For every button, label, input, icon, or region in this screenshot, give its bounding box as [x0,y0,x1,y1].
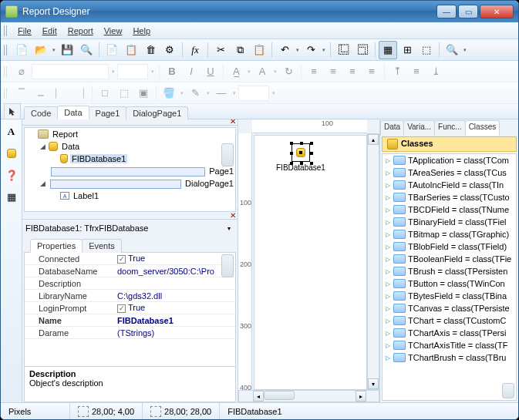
class-item[interactable]: ▷TChartAxis = class(TPersi [383,327,516,339]
undo-dropdown[interactable]: ▾ [294,41,301,59]
menu-help[interactable]: Help [128,25,155,37]
font-dropdown[interactable]: ▾ [110,62,116,81]
text-tool-button[interactable]: A [2,123,21,141]
tree-dialogpage1[interactable]: DialogPage1 [184,179,235,188]
valign-mid-button[interactable]: ≡ [407,62,426,81]
tab-page1[interactable]: Page1 [89,106,127,119]
checkbox-icon[interactable]: ✓ [117,304,126,313]
expand-icon[interactable]: ▷ [386,182,393,189]
new-dialog-button[interactable]: 📋 [122,41,140,59]
menu-file[interactable]: File [13,25,36,37]
save-button[interactable]: 💾 [58,41,76,59]
frame-bottom-button[interactable]: ⎽ [32,84,50,102]
class-item[interactable]: ▷TBinaryField = class(TFiel [383,216,516,228]
class-item[interactable]: ▷TBrush = class(TPersisten [383,265,516,277]
align-grid-button[interactable]: ⊞ [398,41,416,59]
property-row[interactable]: LibraryNameC:\gds32.dll [25,290,235,302]
frame-shadow-button[interactable]: ▣ [134,84,153,102]
expand-icon[interactable]: ▷ [386,244,393,250]
scroll-left-button[interactable]: ◂ [253,391,264,402]
expand-icon[interactable]: ▷ [386,231,393,238]
new-button[interactable]: 📄 [12,41,31,59]
fit-grid-button[interactable]: ⬚ [417,41,436,59]
select-tool-button[interactable] [4,103,21,119]
redo-button[interactable]: ↷ [302,41,320,59]
class-item[interactable]: ▷TCanvas = class(TPersiste [383,302,516,314]
nostyle-button[interactable]: ⌀ [12,62,31,81]
expand-icon[interactable]: ▷ [386,330,393,337]
open-dropdown[interactable]: ▾ [50,41,57,59]
classes-tree[interactable]: ▷TApplication = class(TCom▷TAreaSeries =… [382,153,517,401]
redo-dropdown[interactable]: ▾ [320,41,327,59]
menu-edit[interactable]: Edit [38,25,62,37]
maximize-button[interactable]: ▭ [458,5,478,18]
object-selector[interactable]: ▾ [22,220,238,237]
tree-label1[interactable]: Label1 [72,191,100,200]
menu-view[interactable]: View [99,25,127,37]
tab-code[interactable]: Code [24,106,58,119]
new-page-button[interactable]: 📄 [103,41,121,59]
close-panel-icon[interactable]: ✕ [230,119,236,126]
menu-report[interactable]: Report [63,25,98,37]
tab-events[interactable]: Events [82,239,122,253]
copy-button[interactable]: ⧉ [231,41,249,59]
class-item[interactable]: ▷TAreaSeries = class(TCus [383,166,516,179]
delete-page-button[interactable]: 🗑 [141,41,160,59]
variables-button[interactable]: fx [186,41,204,59]
table-tool-button[interactable]: ▦ [2,187,21,206]
open-button[interactable]: 📂 [32,41,50,59]
property-row[interactable]: Description [25,277,235,290]
scrollbar-thumb[interactable] [221,254,234,277]
framewidth-dropdown[interactable]: ▾ [270,84,277,102]
cut-button[interactable]: ✂ [211,41,230,59]
align-justify-button[interactable]: ≡ [362,62,381,81]
scrollbar-thumb[interactable] [221,143,234,166]
rtab-classes[interactable]: Classes [465,120,500,136]
minimize-button[interactable]: — [436,5,457,18]
property-row[interactable]: Darame(TStrings) [25,327,235,339]
component-fibdatabase1[interactable]: FIBDatabase1 [276,143,325,172]
class-item[interactable]: ▷TBlobField = class(TField) [383,240,516,253]
scroll-right-button[interactable]: ▸ [356,391,366,402]
align-center-button[interactable]: ≡ [324,62,342,81]
zoom-dropdown[interactable]: ▾ [461,41,468,59]
framecolor-button[interactable]: ✎ [186,84,204,102]
class-item[interactable]: ▷TBarSeries = class(TCusto [383,191,516,203]
align-left-button[interactable]: ≡ [305,62,323,81]
font-combo[interactable] [32,64,109,79]
underline-button[interactable]: U [201,62,220,81]
property-row[interactable]: NameFIBDatabase1 [25,314,235,327]
expand-icon[interactable]: ▷ [386,305,393,312]
expand-icon[interactable]: ▷ [386,256,393,263]
object-selector-input[interactable] [25,221,224,235]
frame-left-button[interactable]: ⎸ [51,84,69,102]
property-value[interactable]: ✓True [117,303,235,313]
class-item[interactable]: ▷TButton = class(TWinCon [383,277,516,290]
scroll-up-button[interactable]: ▴ [368,134,379,145]
checkbox-icon[interactable]: ✓ [117,255,126,264]
class-item[interactable]: ▷TChartAxisTitle = class(TF [383,339,516,351]
rtab-data[interactable]: Data [380,120,404,136]
rotate-button[interactable]: ↻ [279,62,298,81]
class-item[interactable]: ▷TChartBrush = class(TBru [383,351,516,364]
vertical-scrollbar[interactable]: ▴ ▾ [367,133,379,390]
frame-all-button[interactable]: □ [96,84,114,102]
rtab-functions[interactable]: Func... [434,120,466,136]
framewidth-combo[interactable] [238,86,269,101]
property-grid[interactable]: Connected✓TrueDatabaseNamedoom_server/30… [24,252,236,402]
undo-button[interactable]: ↶ [275,41,294,59]
classes-header[interactable]: Classes [382,136,517,152]
frame-right-button[interactable]: ⎹ [70,84,89,102]
class-item[interactable]: ▷TChart = class(TCustomC [383,314,516,327]
show-grid-button[interactable]: ▦ [379,41,397,59]
close-button[interactable]: ✕ [480,5,514,18]
expand-icon[interactable]: ▷ [386,268,393,275]
expand-icon[interactable]: ▷ [386,354,393,361]
property-value[interactable]: doom_server/3050:C:\Pro [117,267,235,276]
highlight-button[interactable]: A [253,62,271,81]
scroll-down-button[interactable]: ▾ [368,378,379,389]
preview-button[interactable]: 🔍 [77,41,96,59]
tab-dialogpage1[interactable]: DialogPage1 [126,106,188,119]
framestyle-button[interactable]: — [212,84,231,102]
valign-top-button[interactable]: ⤒ [388,62,406,81]
